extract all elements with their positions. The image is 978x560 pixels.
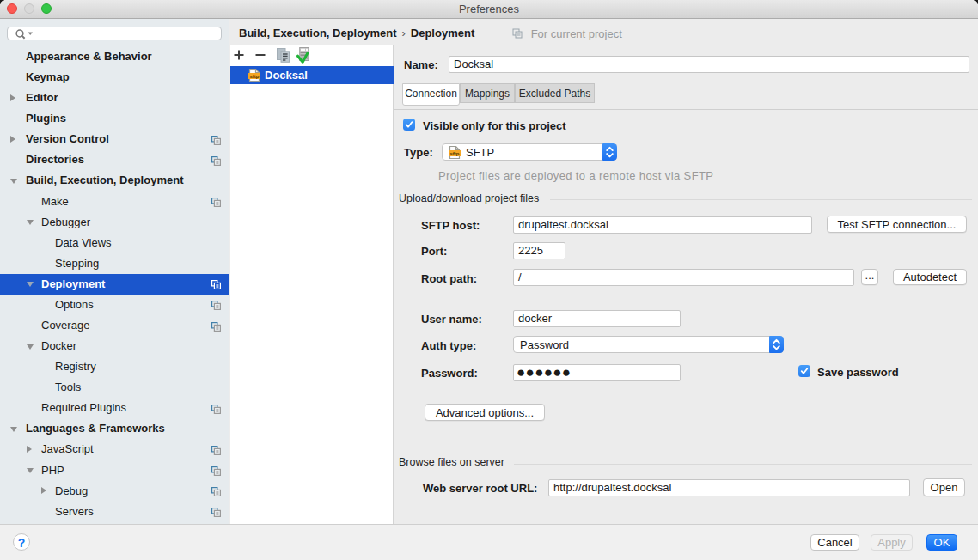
svg-text:sftp: sftp (250, 74, 260, 79)
svg-text:sftp: sftp (450, 151, 460, 156)
